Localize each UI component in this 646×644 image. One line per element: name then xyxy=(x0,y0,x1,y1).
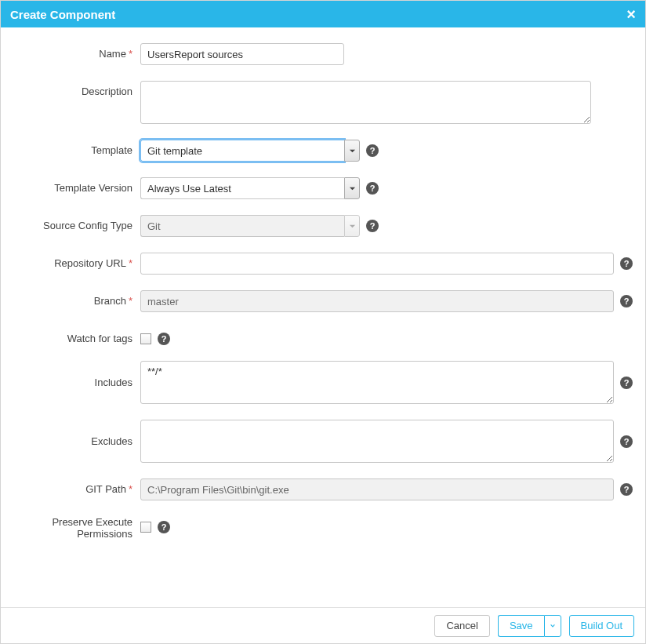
label-branch: Branch* xyxy=(7,290,140,307)
required-marker: * xyxy=(129,295,132,307)
row-includes: Includes **/* ? xyxy=(7,361,633,404)
label-name: Name* xyxy=(7,43,140,60)
row-template: Template Git template ? xyxy=(7,140,633,162)
label-repository-url: Repository URL* xyxy=(7,253,140,269)
row-preserve-exec: Preserve Execute Permissions ? xyxy=(7,516,633,540)
preserve-exec-checkbox[interactable] xyxy=(140,522,151,533)
label-includes: Includes xyxy=(7,361,140,388)
row-watch-for-tags: Watch for tags ? xyxy=(7,328,633,345)
label-description: Description xyxy=(7,81,140,97)
repository-url-input[interactable] xyxy=(140,253,614,275)
template-version-select[interactable]: Always Use Latest xyxy=(140,177,360,199)
chevron-down-icon[interactable] xyxy=(344,177,360,199)
required-marker: * xyxy=(129,257,132,269)
close-icon[interactable]: × xyxy=(626,6,636,22)
help-icon[interactable]: ? xyxy=(620,483,633,496)
label-excludes: Excludes xyxy=(7,420,140,447)
help-icon[interactable]: ? xyxy=(620,377,633,389)
dialog-titlebar: Create Component × xyxy=(1,1,645,27)
required-marker: * xyxy=(129,483,132,495)
row-name: Name* xyxy=(7,43,633,65)
label-git-path: GIT Path* xyxy=(7,478,140,495)
row-branch: Branch* master ? xyxy=(7,290,633,312)
row-repository-url: Repository URL* ? xyxy=(7,253,633,275)
build-out-button[interactable]: Build Out xyxy=(569,615,634,637)
help-icon[interactable]: ? xyxy=(620,257,633,270)
help-icon[interactable]: ? xyxy=(366,182,379,195)
create-component-dialog: Create Component × Name* Description xyxy=(0,0,646,644)
help-icon[interactable]: ? xyxy=(158,333,170,345)
label-source-config-type: Source Config Type xyxy=(7,215,140,231)
cancel-button[interactable]: Cancel xyxy=(434,615,489,637)
label-preserve-exec: Preserve Execute Permissions xyxy=(7,516,140,540)
help-icon[interactable]: ? xyxy=(158,521,170,533)
chevron-down-icon xyxy=(344,215,360,237)
dialog-body: Name* Description Template Git template xyxy=(1,27,645,607)
form-scroll-area[interactable]: Name* Description Template Git template xyxy=(1,27,645,607)
label-watch-for-tags: Watch for tags xyxy=(7,328,140,344)
source-config-type-value: Git xyxy=(140,215,344,237)
dialog-title: Create Component xyxy=(10,8,115,21)
template-select-value: Git template xyxy=(140,140,344,162)
name-input[interactable] xyxy=(140,43,344,65)
save-button[interactable]: Save xyxy=(498,615,544,637)
excludes-textarea[interactable] xyxy=(140,420,614,463)
required-marker: * xyxy=(129,48,132,60)
watch-for-tags-checkbox[interactable] xyxy=(140,333,151,344)
branch-field: master xyxy=(140,290,614,312)
help-icon[interactable]: ? xyxy=(366,220,379,232)
includes-textarea[interactable]: **/* xyxy=(140,361,614,404)
description-textarea[interactable] xyxy=(140,81,591,124)
save-caret-icon[interactable] xyxy=(544,615,561,637)
git-path-field: C:\Program Files\Git\bin\git.exe xyxy=(140,478,614,500)
template-version-value: Always Use Latest xyxy=(140,177,344,199)
label-template: Template xyxy=(7,140,140,156)
row-git-path: GIT Path* C:\Program Files\Git\bin\git.e… xyxy=(7,478,633,500)
template-select[interactable]: Git template xyxy=(140,140,360,162)
help-icon[interactable]: ? xyxy=(366,144,379,157)
chevron-down-icon[interactable] xyxy=(344,140,360,162)
row-excludes: Excludes ? xyxy=(7,420,633,463)
help-icon[interactable]: ? xyxy=(620,435,633,448)
help-icon[interactable]: ? xyxy=(620,295,633,307)
save-split-button: Save xyxy=(498,615,561,637)
spacer xyxy=(7,555,633,587)
source-config-type-select: Git xyxy=(140,215,360,237)
row-description: Description xyxy=(7,81,633,124)
label-template-version: Template Version xyxy=(7,177,140,194)
row-template-version: Template Version Always Use Latest ? xyxy=(7,177,633,199)
dialog-footer: Cancel Save Build Out xyxy=(1,607,645,643)
row-source-config-type: Source Config Type Git ? xyxy=(7,215,633,237)
